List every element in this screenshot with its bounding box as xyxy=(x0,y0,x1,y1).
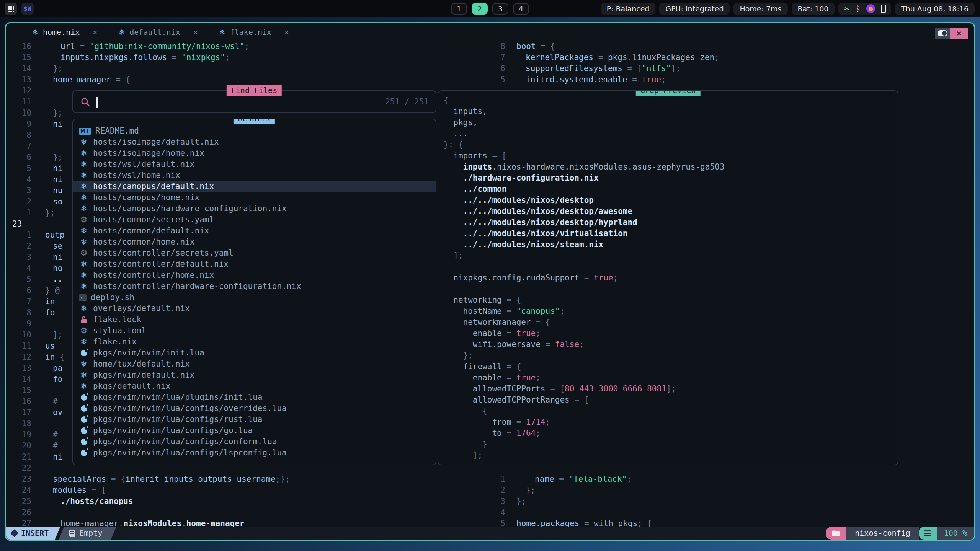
result-path: hosts/controller/secrets.yaml xyxy=(93,248,234,259)
preview-line: inputs.nixos-hardware.nixosModules.asus-… xyxy=(444,161,898,173)
nix-file-icon: ❄ xyxy=(79,192,89,203)
preview-line: networking = { xyxy=(444,295,898,306)
result-item[interactable]: ❄hosts/common/default.nix xyxy=(73,225,436,236)
preview-line: ../../modules/nixos/virtualisation xyxy=(444,228,898,239)
result-path: pkgs/nvim/nvim/lua/plugins/init.lua xyxy=(93,392,263,403)
app-launcher-button[interactable] xyxy=(5,3,17,15)
workspace-button-4[interactable]: 4 xyxy=(513,3,529,15)
result-item[interactable]: pkgs/nvim/nvim/lua/configs/rust.lua xyxy=(73,414,436,425)
flame-icon[interactable] xyxy=(866,4,875,13)
code-line: 5initrd.systemd.enable = true; xyxy=(6,74,974,85)
result-path: pkgs/nvim/nvim/lua/configs/conform.lua xyxy=(93,436,277,447)
preview-line: enable = true; xyxy=(444,328,898,339)
workspace-button-2[interactable]: 2 xyxy=(472,3,488,15)
preview-line: allowedTCPPortRanges = [ xyxy=(444,395,898,406)
result-path: hosts/canopus/home.nix xyxy=(93,192,199,203)
nix-file-icon: ❄ xyxy=(79,370,89,381)
yaml-file-icon: ⚙ xyxy=(79,214,89,225)
preview-line: networkmanager = { xyxy=(444,317,898,328)
result-item[interactable]: ❄hosts/isoImage/default.nix xyxy=(73,137,436,148)
nix-file-icon: ❄ xyxy=(79,159,89,170)
scissors-icon[interactable]: ✂ xyxy=(844,5,850,13)
nix-file-icon: ❄ xyxy=(79,170,89,181)
project-name: nixos-config xyxy=(846,527,919,540)
lines-icon xyxy=(924,530,931,536)
result-path: stylua.toml xyxy=(93,325,146,336)
result-item[interactable]: ❄hosts/wsl/home.nix xyxy=(73,170,436,181)
result-path: home/tux/default.nix xyxy=(93,359,190,370)
result-path: hosts/isoImage/default.nix xyxy=(93,137,219,148)
nix-file-icon: ❄ xyxy=(79,181,89,192)
result-item[interactable]: ❄hosts/controller/hardware-configuration… xyxy=(73,281,436,292)
result-item[interactable]: ❄hosts/isoImage/home.nix xyxy=(73,148,436,159)
code-line: 1name = "Tela-black"; xyxy=(6,474,974,485)
result-item[interactable]: ⚙hosts/common/secrets.yaml xyxy=(73,214,436,225)
code-line: 2}; xyxy=(6,485,974,496)
nix-file-icon: ❄ xyxy=(79,259,89,270)
status-left: INSERT Empty xyxy=(6,527,116,540)
result-item[interactable]: pkgs/nvim/nvim/lua/plugins/init.lua xyxy=(73,392,436,403)
preview-line: enable = true; xyxy=(444,372,898,383)
result-item[interactable]: ❄hosts/controller/home.nix xyxy=(73,270,436,281)
result-path: pkgs/nvim/default.nix xyxy=(93,370,195,381)
workspace-logo[interactable]: $W xyxy=(21,3,34,15)
preview-line: ]; xyxy=(444,250,898,261)
result-item[interactable]: M↓README.md xyxy=(73,126,436,137)
nix-file-icon: ❄ xyxy=(79,281,89,292)
result-item[interactable]: flake.lock xyxy=(73,314,436,325)
result-item[interactable]: pkgs/nvim/nvim/lua/configs/conform.lua xyxy=(73,436,436,447)
result-item[interactable]: ❄hosts/canopus/default.nix xyxy=(73,181,436,192)
result-item[interactable]: ❄flake.nix xyxy=(73,336,436,347)
result-item[interactable]: pkgs/nvim/nvim/lua/configs/go.lua xyxy=(73,425,436,436)
workspace-button-3[interactable]: 3 xyxy=(492,3,508,15)
code-line: 4 xyxy=(6,507,974,518)
nix-file-icon: ❄ xyxy=(79,336,89,347)
status-line: INSERT Empty nixos-config 100 % xyxy=(6,527,974,540)
preview-line xyxy=(444,261,898,272)
preview-line: }; xyxy=(444,350,898,361)
result-item[interactable]: ❄hosts/controller/default.nix xyxy=(73,259,436,270)
result-item[interactable]: ❄pkgs/nvim/default.nix xyxy=(73,370,436,381)
phone-icon[interactable] xyxy=(881,5,886,13)
nix-file-icon: ❄ xyxy=(79,270,89,281)
result-path: flake.lock xyxy=(93,314,141,325)
editor-window: ❄home.nix×❄default.nix×❄flake.nix× × 16u… xyxy=(5,22,975,541)
result-path: hosts/wsl/home.nix xyxy=(93,170,180,181)
status-pill: P: Balanced xyxy=(601,3,656,15)
result-item[interactable]: ❄hosts/canopus/home.nix xyxy=(73,192,436,203)
preview-line: ../../modules/nixos/steam.nix xyxy=(444,239,898,250)
result-item[interactable]: pkgs/nvim/nvim/lua/configs/overrides.lua xyxy=(73,403,436,414)
result-item[interactable]: ❄overlays/default.nix xyxy=(73,303,436,314)
folder-segment xyxy=(826,527,846,540)
nix-file-icon: ❄ xyxy=(79,236,89,248)
result-item[interactable]: ❄hosts/wsl/default.nix xyxy=(73,159,436,170)
search-icon xyxy=(80,97,90,107)
document-icon xyxy=(69,530,75,537)
bluetooth-icon[interactable]: ᛒ xyxy=(856,5,861,13)
toml-file-icon: ⚙ xyxy=(79,325,89,336)
mode-label: INSERT xyxy=(21,527,49,540)
result-item[interactable]: pkgs/nvim/nvim/lua/configs/lspconfig.lua xyxy=(73,447,436,458)
result-path: README.md xyxy=(95,126,139,137)
lua-file-icon xyxy=(79,427,89,434)
result-item[interactable]: ❄home/tux/default.nix xyxy=(73,359,436,370)
yaml-file-icon: ⚙ xyxy=(79,248,89,259)
result-item[interactable]: ❄hosts/common/home.nix xyxy=(73,236,436,248)
result-path: pkgs/nvim/nvim/lua/configs/go.lua xyxy=(93,425,253,436)
workspace-button-1[interactable]: 1 xyxy=(451,3,467,15)
result-item[interactable]: ⚙hosts/controller/secrets.yaml xyxy=(73,248,436,259)
result-path: hosts/controller/hardware-configuration.… xyxy=(93,281,301,292)
mode-segment: INSERT xyxy=(6,527,60,540)
result-item[interactable]: ⚙stylua.toml xyxy=(73,325,436,336)
preview-line: ./hardware-configuration.nix xyxy=(444,173,898,184)
result-item[interactable]: ❄pkgs/default.nix xyxy=(73,381,436,392)
preview-line: ../../modules/nixos/desktop xyxy=(444,195,898,206)
lines-segment xyxy=(919,527,937,540)
result-path: hosts/common/secrets.yaml xyxy=(93,214,214,225)
find-files-input[interactable]: Find Files 251 / 251 xyxy=(72,90,436,113)
preview-line: ../common xyxy=(444,184,898,195)
result-item[interactable]: pkgs/nvim/nvim/init.lua xyxy=(73,347,436,359)
result-path: hosts/wsl/default.nix xyxy=(93,159,195,170)
result-item[interactable]: ❄hosts/canopus/hardware-configuration.ni… xyxy=(73,203,436,214)
result-item[interactable]: ›_deploy.sh xyxy=(73,292,436,303)
